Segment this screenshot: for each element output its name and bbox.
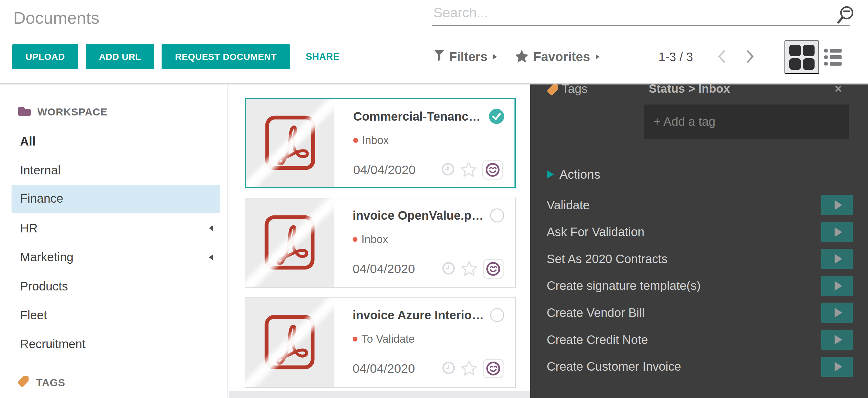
favorite-star-icon[interactable] [461,360,477,377]
play-icon [835,308,842,317]
favorites-menu[interactable]: Favorites [515,44,599,69]
documents-app: Documents UPLOAD ADD URL REQUEST DOCUMEN… [0,0,868,398]
sidebar-item-label: Fleet [20,308,47,322]
upload-button[interactable]: UPLOAD [12,44,79,69]
workspace-section-header: WORKSPACE [0,97,228,126]
sidebar-item-marketing[interactable]: Marketing [11,243,220,272]
sidebar-item-internal[interactable]: Internal [11,156,220,185]
action-label: Set As 2020 Contracts [547,252,668,266]
workspace-sidebar: WORKSPACE AllInternalFinanceHRMarketingP… [0,85,228,398]
document-card[interactable]: Commercial-Tenanc…Inbox04/04/2020 [245,98,516,188]
document-date: 04/04/2020 [352,262,415,276]
run-action-button[interactable] [821,303,853,323]
remove-tag-button[interactable]: × [835,85,842,96]
tags-row: Tags Status > Inbox × [530,85,868,97]
filter-funnel-icon [434,50,445,64]
sidebar-item-fleet[interactable]: Fleet [11,301,220,330]
run-action-button[interactable] [821,195,853,215]
list-view-toggle[interactable] [824,48,845,66]
selected-tag-chip[interactable]: Status > Inbox [649,85,730,95]
chevron-right-icon [596,54,599,59]
pager-previous-button[interactable] [714,49,729,64]
document-status: Inbox [362,134,389,147]
documents-kanban: Commercial-Tenanc…Inbox04/04/2020invoice… [229,85,530,398]
action-label: Ask For Validation [547,225,645,239]
action-row: Create Customer Invoice [547,357,853,377]
kanban-view-toggle[interactable] [784,40,819,74]
folder-icon [17,105,31,118]
sidebar-item-label: Marketing [20,250,73,264]
document-card[interactable]: invoice Azure Interio…To Validate04/04/2… [245,298,516,388]
avatar-smiley-button[interactable] [483,259,503,279]
select-record-circle[interactable] [490,208,504,222]
add-url-button[interactable]: ADD URL [86,44,155,69]
favorites-label: Favorites [533,50,590,64]
actions-section-label: Actions [559,167,600,182]
search-input[interactable] [432,2,850,26]
run-action-button[interactable] [821,276,853,296]
sidebar-item-hr[interactable]: HR [11,214,220,243]
run-action-button[interactable] [821,249,853,269]
action-row: Create Credit Note [547,330,853,350]
favorite-star-icon[interactable] [461,261,477,277]
sidebar-item-label: Internal [20,163,60,177]
play-icon [835,254,842,264]
pdf-file-icon [265,215,315,271]
action-row: Validate [547,195,853,215]
sidebar-item-products[interactable]: Products [11,272,220,301]
favorites-star-icon [515,50,529,64]
actions-section-header: Actions [547,166,600,183]
pdf-thumbnail [245,298,334,387]
avatar-smiley-button[interactable] [482,160,503,180]
document-title: invoice OpenValue.p… [352,209,483,222]
filters-label: Filters [449,50,488,64]
status-dot-icon [352,337,358,341]
collapse-caret-icon[interactable] [209,225,213,231]
status-dot-icon [352,237,358,242]
document-title: invoice Azure Interio… [352,308,483,322]
favorite-star-icon[interactable] [461,162,476,178]
run-action-button[interactable] [821,357,853,377]
play-icon [547,170,554,179]
control-panel: Documents UPLOAD ADD URL REQUEST DOCUMEN… [0,0,868,85]
activity-clock-icon[interactable] [442,261,456,276]
activity-clock-icon[interactable] [442,361,456,376]
pager-next-button[interactable] [743,49,757,64]
run-action-button[interactable] [821,330,853,350]
filters-menu[interactable]: Filters [434,44,497,69]
pdf-file-icon [265,115,315,172]
sidebar-item-finance[interactable]: Finance [11,185,220,213]
list-view-icon [824,49,845,53]
document-title: Commercial-Tenanc… [353,110,480,123]
action-row: Create signature template(s) [547,276,853,296]
status-dot-icon [353,138,358,143]
action-row: Create Vendor Bill [547,303,853,323]
activity-clock-icon[interactable] [441,162,455,177]
chevron-right-icon [493,54,497,59]
share-button[interactable]: SHARE [306,44,340,69]
sidebar-item-label: Finance [20,192,63,205]
add-tag-input[interactable] [644,104,849,139]
document-date: 04/04/2020 [353,163,415,177]
document-card[interactable]: invoice OpenValue.p…Inbox04/04/2020 [245,198,516,288]
sidebar-item-all[interactable]: All [11,127,220,156]
run-action-button[interactable] [821,222,853,242]
avatar-smiley-button[interactable] [483,359,503,378]
collapse-caret-icon[interactable] [209,254,213,261]
primary-actions: UPLOAD ADD URL REQUEST DOCUMENT SHARE [12,44,340,69]
action-label: Create Credit Note [547,333,648,347]
request-document-button[interactable]: REQUEST DOCUMENT [162,44,290,69]
pdf-thumbnail [245,198,334,287]
action-row: Set As 2020 Contracts [547,249,853,269]
status-row: To Validate [352,333,414,345]
play-icon [835,227,842,237]
action-label: Create signature template(s) [547,279,701,293]
pdf-file-icon [265,314,315,371]
sidebar-item-label: All [20,134,35,148]
selected-check-icon[interactable] [489,109,504,124]
search-icon[interactable] [836,4,855,28]
sidebar-item-recruitment[interactable]: Recruitment [11,330,220,359]
document-inspector-panel: Tags Status > Inbox × Actions ValidateAs… [530,85,868,398]
select-record-circle[interactable] [490,308,504,322]
play-icon [835,362,842,372]
